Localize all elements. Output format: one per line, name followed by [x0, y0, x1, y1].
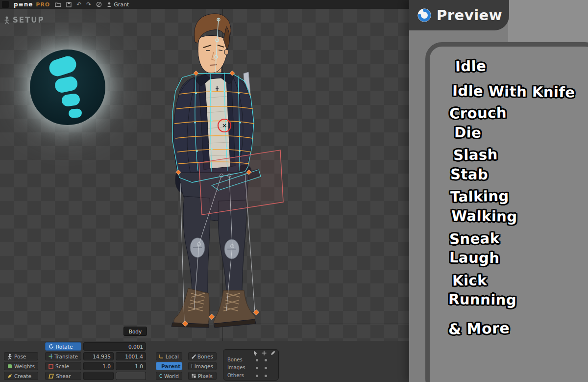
scale-button[interactable]: Scale: [45, 362, 81, 370]
scale-x-field[interactable]: 1.0: [83, 362, 114, 370]
compensate-toggle[interactable]: [265, 359, 267, 361]
animation-item[interactable]: Sneak: [449, 229, 588, 247]
project-name[interactable]: Grant: [107, 1, 129, 8]
bone-icon: [192, 354, 196, 359]
spine-swirl-icon: [417, 8, 432, 23]
compensate-toggle[interactable]: [265, 375, 267, 377]
local-axes-button[interactable]: Local: [156, 352, 182, 360]
compensate-row-others: Others: [227, 373, 244, 378]
compensate-toggle[interactable]: [256, 375, 258, 377]
animation-item[interactable]: Idle: [455, 57, 588, 74]
cursor-icon[interactable]: [253, 351, 258, 356]
animation-item[interactable]: Crouch: [449, 104, 588, 122]
ban-icon[interactable]: [96, 0, 102, 9]
create-button[interactable]: Create: [4, 372, 38, 380]
spine-editor-window: p≡ne PRO ↶ ↷ Grant SETUP: [0, 0, 588, 382]
image-icon: [192, 364, 193, 368]
animation-item[interactable]: Slash: [453, 146, 588, 163]
compensate-toggle[interactable]: [256, 359, 258, 361]
animation-list-frame: Idle Idle With Knife Crouch Die Slash St…: [425, 42, 588, 382]
animation-item[interactable]: Walking: [451, 209, 588, 226]
preview-tab[interactable]: Preview: [409, 0, 509, 30]
spine-logo: p≡ne: [14, 1, 33, 8]
pen-icon[interactable]: [270, 351, 275, 356]
translate-y-field[interactable]: 1001.4: [116, 352, 146, 360]
top-toolbar: p≡ne PRO ↶ ↷ Grant: [0, 0, 409, 9]
shear-x-field[interactable]: [83, 372, 114, 380]
translate-button[interactable]: Translate: [45, 352, 81, 360]
create-pen-icon: [7, 374, 12, 379]
weights-icon: [7, 364, 12, 369]
move-icon[interactable]: [262, 351, 267, 356]
animation-item[interactable]: Die: [454, 126, 588, 142]
local-axes-icon: [159, 354, 164, 358]
app-icon: [2, 1, 9, 8]
shear-icon: [49, 374, 54, 379]
person-icon: [107, 2, 112, 7]
snap-bones-button[interactable]: Bones: [188, 352, 217, 360]
spine-vertebrae-badge: [24, 43, 112, 131]
compensate-toggle[interactable]: [265, 367, 267, 369]
compensate-toggle[interactable]: [256, 367, 258, 369]
snap-images-button[interactable]: Images: [188, 362, 217, 370]
pro-badge: PRO: [36, 1, 50, 8]
snap-pixels-button[interactable]: Pixels: [188, 372, 217, 380]
scale-y-field[interactable]: 1.0: [116, 362, 146, 370]
parent-axes-button[interactable]: Parent: [156, 362, 182, 370]
shear-button[interactable]: Shear: [45, 372, 81, 380]
animation-item[interactable]: Running: [448, 292, 588, 309]
animation-item[interactable]: Idle With Knife: [452, 84, 588, 101]
animation-item[interactable]: Kick: [452, 271, 588, 288]
scale-icon: [49, 364, 53, 369]
shear-y-field[interactable]: [116, 372, 146, 380]
translate-x-field[interactable]: 14.935: [83, 352, 114, 360]
pose-icon: [7, 354, 12, 359]
redo-icon[interactable]: ↷: [86, 0, 91, 9]
bottom-toolbar: Pose Weights Create Rotate 0.001 Transla…: [0, 341, 409, 382]
animation-more-label: & More: [448, 319, 588, 337]
world-axes-icon: [159, 374, 162, 378]
animation-item[interactable]: Talking: [450, 188, 588, 205]
pixels-grid-icon: [192, 374, 196, 378]
animation-item[interactable]: Stab: [450, 167, 588, 184]
rotate-icon: [49, 344, 54, 349]
preview-tab-label: Preview: [437, 7, 502, 24]
rotate-button[interactable]: Rotate: [45, 342, 81, 351]
world-axes-button[interactable]: World: [156, 372, 182, 380]
pose-button[interactable]: Pose: [4, 352, 38, 360]
translate-icon: [49, 354, 52, 359]
open-folder-icon[interactable]: [55, 0, 61, 9]
undo-icon[interactable]: ↶: [76, 0, 81, 9]
preview-panel-top: [508, 0, 588, 43]
compensate-row-images: Images: [227, 365, 245, 370]
compensate-header: [253, 351, 275, 356]
weights-button[interactable]: Weights: [4, 362, 38, 370]
bone-tooltip: Body: [123, 327, 147, 336]
rotate-value-field[interactable]: 0.001: [83, 342, 146, 351]
preview-panel: Idle Idle With Knife Crouch Die Slash St…: [409, 0, 588, 382]
compensate-row-bones: Bones: [227, 357, 243, 362]
save-icon[interactable]: [66, 0, 72, 9]
animation-item[interactable]: Laugh: [449, 251, 588, 267]
compensate-panel: Bones Images Others: [223, 349, 279, 381]
